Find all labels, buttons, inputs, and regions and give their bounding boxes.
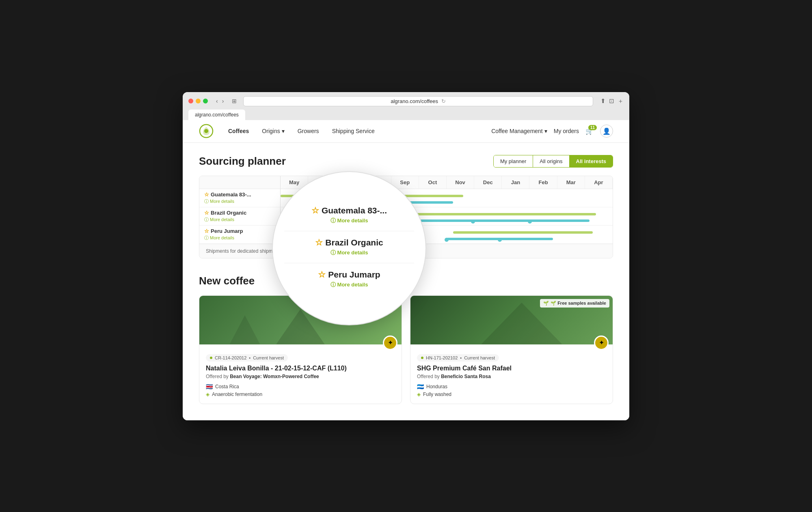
main-content: Sourcing planner My planner All origins … [183,143,629,420]
star-mag-1: ☆ [311,206,319,215]
sourcing-planner: Sourcing planner My planner All origins … [199,155,613,258]
nav-origins[interactable]: Origins ▾ [257,125,289,137]
star-icon: ☆ [204,191,209,198]
nav-coffee-management[interactable]: Coffee Management ▾ [491,128,547,134]
forward-button[interactable]: › [220,97,226,105]
mag-peru-link[interactable]: ⓘ More details [284,281,414,288]
row-brazil-name: Brazil Organic [211,210,246,216]
card-country-shg: 🇭🇳 Honduras [417,383,606,390]
info-icon-mag-1: ⓘ [330,217,336,224]
gantt-month-nov: Nov [447,176,474,189]
browser-window: ‹ › ⊞ algrano.com/coffees ↻ ⬆ ⊡ ＋ algran… [183,92,629,420]
harvest-dot-natalia [210,357,212,359]
active-tab[interactable]: algrano.com/coffees [188,110,245,120]
verified-badge-shg: ✦ [594,336,609,350]
all-origins-button[interactable]: All origins [533,155,569,167]
more-details-guatemala[interactable]: ⓘ More details [204,198,275,204]
nav-coffees[interactable]: Coffees [223,125,254,137]
magnifier-item-peru: ☆ Peru Jumarp ⓘ More details [284,263,414,295]
separator-shg: • [460,355,462,360]
add-tab-button[interactable]: ＋ [618,97,624,105]
svg-point-1 [204,129,208,133]
minimize-window-button[interactable] [196,99,201,103]
user-avatar[interactable]: 👤 [600,125,613,138]
algrano-logo[interactable] [199,124,214,138]
planner-buttons: My planner All origins All interests [493,155,613,168]
user-icon: 👤 [603,127,611,135]
cart-icon[interactable]: 🛒 11 [585,127,594,135]
my-planner-button[interactable]: My planner [494,155,533,167]
flag-icon-shg: 🇭🇳 [417,383,424,390]
gantt-month-dec: Dec [474,176,502,189]
card-id-shg: HN-171-202102 [426,355,458,360]
browser-top-bar: ‹ › ⊞ algrano.com/coffees ↻ ⬆ ⊡ ＋ [188,96,624,106]
back-button[interactable]: ‹ [214,97,220,105]
card-name-shg: SHG Premium Café San Rafael [417,365,606,372]
chevron-down-icon-management: ▾ [544,128,547,134]
planner-title: Sourcing planner [199,155,286,168]
more-details-peru[interactable]: ⓘ More details [204,235,275,241]
nav-growers[interactable]: Growers [293,125,324,137]
free-samples-badge-shg: 🌱 🌱 Free samples available [540,299,609,308]
mag-brazil-link[interactable]: ⓘ More details [284,249,414,256]
flag-icon-natalia: 🇨🇷 [206,383,213,390]
card-process-natalia: ◈ Anaerobic fermentation [206,392,395,397]
mag-brazil-name: Brazil Organic [325,238,383,247]
sidebar-toggle[interactable]: ⊞ [229,97,239,105]
coffee-card-shg[interactable]: 🌱 🌱 Free samples available ✦ HN-171-2021… [410,295,613,404]
gantt-label-guatemala: ☆ Guatemala 83-... ⓘ More details [199,189,281,207]
planner-header: Sourcing planner My planner All origins … [199,155,613,168]
harvest-label-shg: Current harvest [464,355,495,360]
coffee-card-body-natalia: CR-114-202012 • Current harvest Natalia … [199,344,402,404]
gantt-header: May Jun Jul Aug Sep Oct Nov Dec Jan Feb … [199,176,613,189]
badge-icon-natalia: ✦ [388,339,393,346]
coffee-card-image-shg: 🌱 🌱 Free samples available ✦ [410,296,613,344]
card-meta-shg: 🇭🇳 Honduras ◈ Fully washed [417,383,606,397]
navbar: Coffees Origins ▾ Growers Shipping Servi… [183,120,629,143]
gantt-month-jan: Jan [502,176,529,189]
verified-badge-natalia: ✦ [383,336,397,350]
card-process-shg: ◈ Fully washed [417,392,606,397]
nav-right: Coffee Management ▾ My orders 🛒 11 👤 [491,125,613,138]
gantt-month-mar: Mar [557,176,585,189]
gantt-label-header [199,176,281,189]
reload-icon[interactable]: ↻ [441,98,446,104]
leaf-icon: 🌱 [543,301,549,306]
mag-guatemala-name: Guatemala 83-... [322,206,387,215]
gantt-month-apr: Apr [585,176,613,189]
share-button[interactable]: ⬆ [600,97,606,105]
browser-tabs: algrano.com/coffees [188,110,624,120]
card-meta-natalia: 🇨🇷 Costa Rica ◈ Anaerobic fermentation [206,383,395,397]
coffee-cards: ✦ CR-114-202012 • Current harvest Natali… [199,295,613,404]
card-name-natalia: Natalia Leiva Bonilla - 21-02-15-12-CAF … [206,365,395,372]
browser-nav-arrows: ‹ › [214,97,225,105]
bar-peru-cyan [447,238,553,240]
maximize-window-button[interactable] [203,99,208,103]
harvest-tag-natalia: CR-114-202012 • Current harvest [206,354,288,361]
mag-guatemala-link[interactable]: ⓘ More details [284,217,414,224]
new-tab-button[interactable]: ⊡ [609,97,614,105]
all-interests-button[interactable]: All interests [569,155,613,167]
close-window-button[interactable] [188,99,193,103]
star-icon-brazil: ☆ [204,210,209,216]
free-samples-text: 🌱 Free samples available [551,301,606,306]
traffic-lights [188,99,208,103]
info-icon-mag-3: ⓘ [330,281,336,288]
card-offered-shg: Offered by Beneficio Santa Rosa [417,374,606,379]
card-id-natalia: CR-114-202012 [215,355,246,360]
more-details-brazil[interactable]: ⓘ More details [204,217,275,223]
chevron-down-icon: ▾ [282,128,285,134]
info-icon: ⓘ [204,198,209,204]
address-bar[interactable]: algrano.com/coffees ↻ [243,96,593,106]
shipments-label: Shipments [206,248,229,254]
gantt-label-brazil: ☆ Brazil Organic ⓘ More details [199,207,281,225]
harvest-tag-shg: HN-171-202102 • Current harvest [417,354,499,361]
nav-my-orders[interactable]: My orders [554,128,579,134]
badge-icon-shg: ✦ [599,339,604,346]
row-guatemala-name: Guatemala 83-... [211,191,251,198]
coffee-card-body-shg: HN-171-202102 • Current harvest SHG Prem… [410,344,613,404]
url-text: algrano.com/coffees [391,98,438,104]
nav-links: Coffees Origins ▾ Growers Shipping Servi… [223,125,491,137]
harvest-dot-shg [421,357,423,359]
nav-shipping-service[interactable]: Shipping Service [327,125,380,137]
